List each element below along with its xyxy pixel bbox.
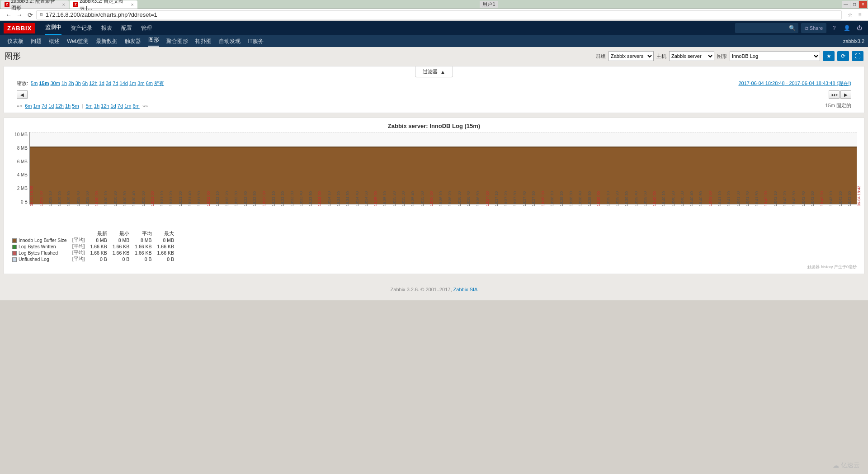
reset-button[interactable]: ⟳	[837, 51, 849, 61]
zoom-link-6m[interactable]: 6m	[146, 81, 153, 86]
x-tick: 18:42:30	[792, 191, 796, 206]
subnav-web[interactable]: Web监测	[67, 38, 89, 45]
zoom-link-30m[interactable]: 30m	[51, 81, 60, 86]
subnav-latest[interactable]: 最新数据	[96, 38, 118, 45]
shift-right-1m[interactable]: 1m	[124, 103, 131, 109]
x-tick: 18:43:30	[847, 191, 852, 206]
shift-right-7d[interactable]: 7d	[118, 103, 123, 109]
menu-icon[interactable]: ≡	[855, 10, 864, 19]
nav-reports[interactable]: 报表	[101, 24, 112, 32]
back-button[interactable]: ←	[4, 10, 14, 20]
time-next-button[interactable]: ▶	[840, 90, 851, 99]
shift-right-12h[interactable]: 12h	[101, 103, 109, 109]
zoom-link-3d[interactable]: 3d	[106, 81, 111, 86]
shift-right-1h[interactable]: 1h	[94, 103, 99, 109]
search-icon[interactable]: 🔍	[789, 25, 796, 31]
subnav-graphs[interactable]: 图形	[148, 36, 159, 47]
x-tick: 18:40:00	[652, 191, 657, 206]
host-select[interactable]: Zabbix server	[669, 51, 714, 61]
subnav-discovery[interactable]: 自动发现	[219, 38, 241, 45]
bookmark-icon[interactable]: ☆	[845, 10, 854, 19]
help-icon[interactable]: ?	[829, 23, 839, 33]
zoom-link-所有[interactable]: 所有	[154, 81, 164, 86]
url-text: 172.16.8.200/zabbix/charts.php?ddreset=1	[46, 11, 157, 18]
nav-configuration[interactable]: 配置	[121, 24, 132, 32]
nav-monitoring[interactable]: 监测中	[45, 24, 61, 35]
shift-left-6m[interactable]: 6m	[25, 103, 32, 109]
shift-left-5m[interactable]: 5m	[72, 103, 79, 109]
x-tick: 18:30:30	[123, 191, 127, 206]
zoom-link-1h[interactable]: 1h	[61, 81, 67, 86]
share-icon: ⧉	[805, 25, 808, 31]
close-icon[interactable]: ×	[131, 2, 134, 7]
shift-left-1d[interactable]: 1d	[48, 103, 54, 109]
x-tick: 18:33:50	[308, 191, 313, 206]
browser-tab[interactable]: Z zabbix3.2: 配置聚合图形 ×	[1, 0, 69, 9]
reload-button[interactable]: ⟳	[25, 10, 35, 20]
graph-select[interactable]: InnoDB Log	[730, 51, 820, 61]
nav-inventory[interactable]: 资产记录	[71, 24, 92, 32]
group-select[interactable]: Zabbix servers	[609, 51, 654, 61]
subnav-maps[interactable]: 拓扑图	[195, 38, 212, 45]
zoom-link-3m[interactable]: 3m	[137, 81, 144, 86]
shift-left-1h[interactable]: 1h	[65, 103, 71, 109]
power-icon[interactable]: ⏻	[854, 23, 864, 33]
fullscreen-button[interactable]: ⛶	[852, 51, 863, 61]
zoom-link-6h[interactable]: 6h	[82, 81, 88, 86]
shift-right-6m[interactable]: 6m	[132, 103, 139, 109]
zoom-link-1m[interactable]: 1m	[129, 81, 136, 86]
nav-administration[interactable]: 管理	[141, 24, 152, 32]
zoom-link-12h[interactable]: 12h	[89, 81, 97, 86]
shift-left-1m[interactable]: 1m	[33, 103, 40, 109]
footer-link[interactable]: Zabbix SIA	[453, 287, 478, 292]
maximize-button[interactable]: □	[850, 1, 859, 8]
x-tick: 18:33:40	[299, 191, 303, 206]
zoom-link-2h[interactable]: 2h	[68, 81, 74, 86]
x-tick: 18:41:30	[736, 191, 741, 206]
shift-left-7d[interactable]: 7d	[42, 103, 47, 109]
subnav-dashboard[interactable]: 仪表板	[7, 38, 24, 45]
subnav-problems[interactable]: 问题	[31, 38, 42, 45]
filter-toggle[interactable]: 过滤器 ▲	[415, 66, 453, 77]
host-label: 主机	[656, 53, 666, 60]
x-tick: 18:33:10	[271, 191, 276, 206]
time-prev-button[interactable]: ◀	[17, 90, 28, 99]
subnav-overview[interactable]: 概述	[49, 38, 60, 45]
user-icon[interactable]: 👤	[842, 23, 852, 33]
zoom-link-3h[interactable]: 3h	[75, 81, 81, 86]
favorite-button[interactable]: ★	[823, 51, 835, 61]
zabbix-logo[interactable]: ZABBIX	[4, 23, 35, 33]
x-tick: 18:43:20	[838, 191, 843, 206]
close-icon[interactable]: ×	[62, 2, 65, 7]
page-header: 图形 群组 Zabbix servers 主机 Zabbix server 图形…	[0, 47, 868, 65]
shift-right-1d[interactable]: 1d	[111, 103, 116, 109]
x-tick: 18:38:20	[559, 191, 564, 206]
browser-tab[interactable]: Z zabbix3.2: 自定义图表 [… ×	[70, 0, 137, 9]
x-tick: 18:35:20	[392, 191, 396, 206]
x-tick: 18:31:50	[197, 191, 201, 206]
subnav-screens[interactable]: 聚合图形	[166, 38, 188, 45]
shift-left-12h[interactable]: 12h	[56, 103, 64, 109]
time-range[interactable]: 2017-06-04 18:28:48 - 2017-06-04 18:43:4…	[738, 80, 851, 87]
time-end-prev-button[interactable]: ⏮▶	[829, 90, 840, 99]
forward-button[interactable]: →	[14, 10, 24, 20]
x-tick: 18:34:30	[345, 191, 350, 206]
share-button[interactable]: ⧉ Share	[801, 23, 826, 33]
shift-right-5m[interactable]: 5m	[85, 103, 92, 109]
x-tick: 18:31:30	[178, 191, 183, 206]
x-tick: 18:33:30	[290, 191, 294, 206]
subnav-itservices[interactable]: IT服务	[248, 38, 264, 45]
url-input[interactable]: 🗎 172.16.8.200/zabbix/charts.php?ddreset…	[36, 10, 842, 19]
zoom-link-1d[interactable]: 1d	[99, 81, 104, 86]
x-tick: 18:29:10	[48, 191, 52, 206]
close-window-button[interactable]: ×	[859, 1, 867, 8]
zoom-link-5m[interactable]: 5m	[31, 81, 38, 86]
minimize-button[interactable]: —	[842, 1, 850, 8]
fixed-label: 15m 固定的	[826, 102, 851, 109]
subnav-triggers[interactable]: 触发器	[125, 38, 141, 45]
zoom-link-7d[interactable]: 7d	[113, 81, 118, 86]
zoom-link-15m[interactable]: 15m	[39, 81, 49, 86]
zoom-link-14d[interactable]: 14d	[120, 81, 128, 86]
x-tick: 18:40:40	[689, 191, 694, 206]
x-tick: 18:34:20	[336, 191, 341, 206]
